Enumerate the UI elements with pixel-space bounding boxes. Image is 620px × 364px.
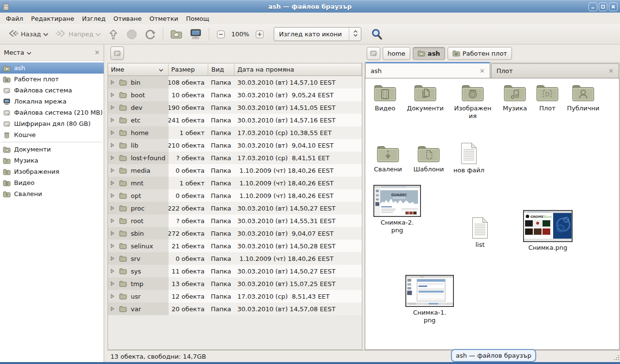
file-item-Снимка.png[interactable]: GNOMEStoreСнимка.png — [525, 210, 571, 252]
zoom-in-button[interactable] — [251, 27, 268, 42]
sidebar-close-icon[interactable]: ✕ — [94, 49, 100, 56]
expander-icon[interactable] — [110, 281, 114, 286]
tab-Плот[interactable]: Плот✕ — [491, 63, 619, 78]
column-header-1[interactable]: Име — [108, 63, 169, 76]
expander-icon[interactable] — [110, 130, 114, 135]
search-button[interactable] — [367, 26, 387, 43]
sidebar-header[interactable]: Места ✕ — [0, 45, 104, 61]
resize-grip[interactable] — [613, 355, 619, 361]
zoom-out-button[interactable] — [213, 27, 229, 42]
breadcrumb-button-ash[interactable]: ash — [413, 47, 445, 60]
table-row[interactable]: var20 обектаПапка30.03.2010 (вт) 14,57,0… — [108, 303, 362, 315]
sidebar-item[interactable]: Свалени — [0, 188, 104, 199]
file-item-Шаблони[interactable]: Шаблони — [405, 144, 452, 173]
tab-close-icon[interactable]: ✕ — [608, 67, 614, 75]
table-row[interactable]: sbin272 обектаПапка30.03.2010 (вт) 9,04,… — [108, 227, 362, 240]
sidebar-item[interactable]: Файлова система (210 MB) — [0, 107, 104, 118]
table-row[interactable]: proc222 обектаПапка30.03.2010 (вт) 14,50… — [108, 202, 362, 214]
back-button[interactable]: Назад — [4, 27, 52, 42]
table-row[interactable]: sys11 обектаПапка30.03.2010 (вт) 14,50,2… — [108, 265, 362, 277]
back-dropdown-icon[interactable] — [43, 30, 48, 38]
table-row[interactable]: boot10 обектаПапка30.03.2010 (вт) 9,05,2… — [108, 89, 362, 101]
menu-item-3[interactable]: Изглед — [78, 14, 109, 23]
table-row[interactable]: tmp13 обектаПапка30.03.2010 (вт) 15,07,2… — [108, 277, 362, 290]
file-item-Изображения[interactable]: Изображения — [450, 83, 496, 120]
expander-icon[interactable] — [110, 206, 114, 211]
file-item-Снимка-1.png[interactable]: Снимка-1.png — [406, 275, 453, 324]
table-row[interactable]: srv0 обектаПапка 1.10.2009 (чт) 18,40,26… — [108, 252, 362, 265]
expander-icon[interactable] — [110, 92, 114, 97]
table-row[interactable]: dev190 обектаПапка30.03.2010 (вт) 14,51,… — [108, 101, 362, 114]
column-header-3[interactable]: Вид — [208, 63, 234, 76]
tab-ash[interactable]: ash✕ — [365, 62, 490, 78]
file-item-Свалени[interactable]: Свалени — [365, 144, 411, 173]
file-item-нов файл[interactable]: нов файл — [446, 142, 492, 174]
sidebar-item[interactable]: Локална мрежа — [0, 96, 104, 107]
sidebar-item[interactable]: Шифриран дял (80 GB) — [0, 118, 104, 129]
menu-item-6[interactable]: Помощ — [182, 14, 213, 23]
expander-icon[interactable] — [110, 168, 114, 173]
sidebar-item[interactable]: Кошче — [0, 129, 104, 140]
file-item-Видео[interactable]: Видео — [362, 83, 408, 112]
home-button[interactable] — [167, 27, 186, 42]
sidebar-item[interactable]: ash — [0, 62, 104, 74]
table-row[interactable]: etc241 обектаПапка30.03.2010 (вт) 14,57,… — [108, 114, 362, 126]
expander-icon[interactable] — [110, 155, 114, 160]
menu-item-1[interactable]: Файл — [2, 14, 27, 23]
close-button[interactable] — [609, 2, 618, 11]
file-size: 13 обекта — [169, 277, 209, 290]
expander-icon[interactable] — [110, 181, 114, 185]
expander-icon[interactable] — [110, 294, 114, 299]
computer-button[interactable] — [186, 26, 205, 43]
expander-icon[interactable] — [110, 105, 114, 110]
file-item-Документи[interactable]: Документи — [402, 83, 449, 112]
minimize-button[interactable] — [589, 2, 597, 11]
expander-icon[interactable] — [110, 243, 114, 248]
expander-icon[interactable] — [110, 193, 114, 198]
table-row[interactable]: home1 обектПапка17.03.2010 (ср) 10,38,55… — [108, 126, 362, 139]
table-row[interactable]: lib210 обектаПапка30.03.2010 (вт) 9,04,1… — [108, 139, 362, 152]
root-location-button[interactable] — [110, 46, 124, 60]
maximize-button[interactable] — [599, 2, 607, 11]
file-item-list[interactable]: list — [457, 217, 503, 249]
menu-item-2[interactable]: Редактиране — [27, 14, 78, 23]
sidebar-item[interactable]: Видео — [0, 177, 104, 188]
reload-button[interactable] — [141, 26, 159, 43]
table-row[interactable]: bin108 обектаПапка30.03.2010 (вт) 14,57,… — [108, 76, 362, 89]
sidebar-item[interactable]: Работен плот — [0, 74, 104, 85]
sidebar-item[interactable]: Изображения — [0, 166, 104, 177]
table-row[interactable]: opt0 обектаПапка 1.10.2009 (чт) 18,40,26… — [108, 189, 362, 202]
breadcrumb-button-home[interactable]: home — [383, 47, 410, 60]
up-button[interactable] — [104, 26, 123, 43]
table-row[interactable]: root? обектаПапка30.03.2010 (вт) 14,55,3… — [108, 214, 362, 227]
tab-close-icon[interactable]: ✕ — [480, 67, 485, 75]
expander-icon[interactable] — [110, 306, 114, 311]
sidebar-item[interactable]: Документи — [0, 144, 104, 155]
file-item-Публични[interactable]: Публични — [560, 83, 606, 112]
folder-pictures-icon — [3, 168, 11, 176]
expander-icon[interactable] — [110, 269, 114, 273]
table-row[interactable]: mnt1 обектПапка 1.10.2009 (чт) 18,40,26 … — [108, 177, 362, 189]
expander-icon[interactable] — [110, 218, 114, 223]
menu-item-5[interactable]: Отметки — [145, 14, 182, 23]
expander-icon[interactable] — [110, 80, 114, 85]
breadcrumb-button[interactable] — [367, 47, 380, 60]
expander-icon[interactable] — [110, 231, 114, 236]
table-row[interactable]: selinux21 обектаПапка30.03.2010 (вт) 14,… — [108, 240, 362, 252]
table-row[interactable]: lost+found? обектаПапка17.03.2010 (ср) 8… — [108, 152, 362, 164]
column-header-4[interactable]: Дата на промяна — [234, 63, 362, 76]
sidebar-item[interactable]: Файлова система — [0, 85, 104, 96]
stop-button[interactable] — [123, 26, 141, 43]
expander-icon[interactable] — [110, 118, 114, 122]
breadcrumb-button-Работен плот[interactable]: Работен плот — [448, 47, 512, 60]
sidebar-item[interactable]: Музика — [0, 155, 104, 166]
forward-button[interactable]: Напред — [52, 27, 104, 42]
table-row[interactable]: usr12 обектаПапка17.03.2010 (ср) 8,51,43… — [108, 290, 362, 303]
expander-icon[interactable] — [110, 256, 114, 261]
file-item-Снимка-2.png[interactable]: GUADECСнимка-2.png — [374, 185, 420, 234]
column-header-2[interactable]: Размер — [169, 63, 209, 76]
expander-icon[interactable] — [110, 143, 114, 148]
table-row[interactable]: media0 обектаПапка 1.10.2009 (чт) 18,40,… — [108, 164, 362, 177]
view-mode-select[interactable]: Изглед като икони — [274, 27, 361, 41]
menu-item-4[interactable]: Отиване — [109, 14, 145, 23]
